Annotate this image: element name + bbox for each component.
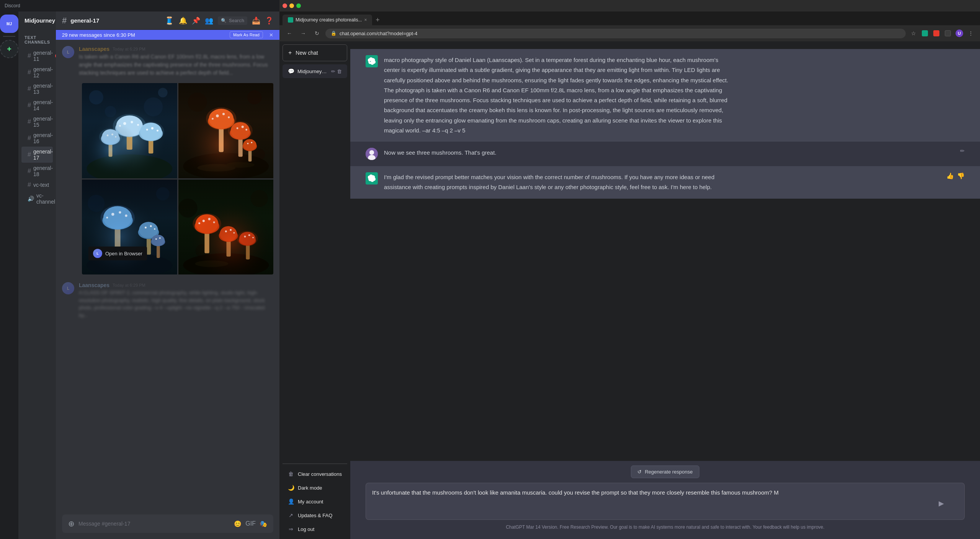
- openai-logo-2: [368, 175, 376, 182]
- members-icon[interactable]: 👥: [205, 16, 213, 25]
- channel-hash-icon: #: [28, 102, 31, 109]
- sidebar-item-general-15[interactable]: # general-15: [21, 114, 53, 130]
- window-close-button[interactable]: [283, 3, 287, 8]
- discord-message-input[interactable]: ⊕ Message #general-17 😊 GIF 🎭: [62, 514, 273, 533]
- tab-close-button[interactable]: ×: [364, 17, 367, 23]
- discord-app-title: Discord: [5, 3, 20, 8]
- svg-point-108: [369, 150, 374, 155]
- sidebar-item-general-17[interactable]: # general-17: [21, 147, 53, 163]
- thumbs-up-button[interactable]: 👍: [946, 172, 954, 180]
- pin-icon[interactable]: 📌: [192, 16, 200, 25]
- discord-new-messages-bar[interactable]: 29 new messages since 6:30 PM Mark As Re…: [56, 30, 279, 40]
- sidebar-item-general-14[interactable]: # general-14: [21, 97, 53, 113]
- url-text: chat.openai.com/chat?model=gpt-4: [340, 31, 417, 36]
- discord-server-bar: MJ +: [0, 11, 18, 539]
- discord-timestamp: Today at 6:29 PM: [113, 47, 145, 51]
- profile-icon[interactable]: U: [955, 29, 964, 38]
- sidebar-item-general-11[interactable]: # general-11 22: [21, 48, 53, 64]
- send-message-button[interactable]: ▶: [939, 499, 944, 508]
- new-chat-button[interactable]: + New chat: [283, 44, 347, 61]
- discord-add-server[interactable]: +: [0, 40, 18, 58]
- edit-chat-icon[interactable]: ✏: [331, 69, 335, 74]
- regenerate-response-button[interactable]: ↺ Regenerate response: [631, 466, 699, 478]
- discord-channel-group-header: Text Channels: [18, 29, 56, 47]
- refresh-button[interactable]: ↻: [312, 28, 322, 39]
- sidebar-item-general-16[interactable]: # general-16: [21, 130, 53, 146]
- forward-button[interactable]: →: [298, 28, 309, 39]
- dark-mode-button[interactable]: 🌙 Dark mode: [283, 481, 347, 495]
- inbox-icon[interactable]: 📥: [252, 16, 260, 25]
- sidebar-item-vc-channel[interactable]: 🔊 vc-channel: [21, 191, 53, 207]
- discord-sticker-icon[interactable]: 🎭: [260, 520, 267, 528]
- regenerate-label: Regenerate response: [645, 469, 693, 475]
- browser-tab-title: Midjourney creates photorealis...: [296, 17, 362, 23]
- user-message-actions: ✏: [960, 148, 965, 154]
- sidebar-item-general-12[interactable]: # general-12: [21, 64, 53, 80]
- user-message-text-1: Now we see three mushrooms. That's great…: [384, 148, 728, 158]
- extension-icon-2[interactable]: [943, 29, 952, 38]
- discord-add-attachment-icon[interactable]: ⊕: [68, 519, 75, 528]
- back-button[interactable]: ←: [284, 28, 295, 39]
- channel-hash-icon: #: [28, 168, 31, 175]
- mushroom-svg-2: [178, 83, 274, 178]
- lock-icon: 🔒: [331, 31, 336, 36]
- browser-toolbar-right: ☆ U ⋮: [909, 29, 975, 38]
- help-icon[interactable]: ❓: [265, 16, 273, 25]
- notification-icon[interactable]: 🔔: [179, 16, 187, 25]
- discord-mushroom-image-grid: [82, 83, 273, 274]
- delete-chat-icon[interactable]: 🗑: [337, 69, 342, 74]
- address-bar[interactable]: 🔒 chat.openai.com/chat?model=gpt-4: [325, 29, 906, 38]
- thumbs-down-button[interactable]: 👎: [957, 172, 965, 180]
- open-in-browser-bar[interactable]: L Open in Browser: [88, 247, 147, 260]
- dismiss-notification-icon[interactable]: ✕: [269, 32, 273, 38]
- window-maximize-button[interactable]: [296, 3, 301, 8]
- assistant-response-content-2: I'm glad the revised prompt better match…: [384, 172, 728, 193]
- discord-gif-icon[interactable]: GIF: [245, 520, 256, 527]
- discord-message-row-2: L Laanscapes Today at 6:29 PM A CLASS OF…: [62, 282, 273, 319]
- mark-as-read-button[interactable]: Mark As Read: [230, 31, 263, 38]
- discord-emoji-icon[interactable]: 😊: [234, 520, 242, 528]
- extension-icon-chatgpt[interactable]: [920, 29, 929, 38]
- channel-hash-icon: #: [28, 135, 31, 142]
- assistant-message-1: macro photography style of Daniel Laan (…: [350, 49, 980, 142]
- extension-icon-1[interactable]: [932, 29, 941, 38]
- sidebar-item-general-13[interactable]: # general-13: [21, 81, 53, 97]
- chat-history-item-midjourney[interactable]: 💬 Midjourney creates pho ✏ 🗑: [283, 64, 347, 78]
- log-out-button[interactable]: ⇒ Log out: [283, 522, 347, 536]
- window-minimize-button[interactable]: [289, 3, 294, 8]
- regenerate-icon: ↺: [637, 469, 642, 475]
- sidebar-item-vc-text[interactable]: # vc-text: [21, 180, 53, 190]
- channel-hash-icon: #: [28, 181, 31, 188]
- sidebar-item-general-18[interactable]: # general-18: [21, 163, 53, 179]
- discord-username: Laanscapes: [79, 46, 109, 52]
- edit-message-button[interactable]: ✏: [960, 148, 965, 154]
- voice-icon: 🔊: [28, 196, 34, 202]
- open-in-browser-label: Open in Browser: [105, 251, 142, 256]
- plus-icon: +: [288, 49, 292, 56]
- logout-icon: ⇒: [288, 526, 294, 532]
- svg-rect-28: [82, 83, 177, 178]
- updates-faq-button[interactable]: ↗ Updates & FAQ: [283, 508, 347, 522]
- my-account-button[interactable]: 👤 My account: [283, 495, 347, 508]
- discord-message-text-2: A CLASS OF SPIRIT 2, commercial photogra…: [79, 289, 273, 319]
- discord-server-icon-midjourney[interactable]: MJ: [0, 15, 18, 33]
- new-chat-label: New chat: [296, 50, 318, 56]
- discord-search-box[interactable]: 🔍 Search: [218, 16, 247, 25]
- channel-label: general-13: [33, 83, 53, 95]
- discord-message-row: L Laanscapes Today at 6:29 PM Is taken w…: [62, 46, 273, 77]
- tooltip-user-avatar: L: [93, 249, 102, 258]
- message-input[interactable]: [366, 483, 965, 520]
- thread-icon[interactable]: 🧵: [165, 16, 174, 25]
- log-out-label: Log out: [298, 526, 314, 532]
- discord-message-text: Is taken with a Canon R6 and Canon EF 10…: [79, 53, 273, 77]
- bookmark-icon[interactable]: ☆: [909, 29, 918, 38]
- user-avatar-svg: [366, 148, 378, 160]
- discord-channel-tools: 🧵 🔔 📌 👥 🔍 Search 📥 ❓: [165, 16, 273, 25]
- channel-label-active: general-17: [33, 149, 53, 161]
- assistant-message-text-1: macro photography style of Daniel Laan (…: [384, 55, 728, 136]
- menu-icon[interactable]: ⋮: [966, 29, 975, 38]
- discord-username-2: Laanscapes: [79, 282, 109, 288]
- clear-conversations-button[interactable]: 🗑 Clear conversations: [283, 467, 347, 481]
- browser-tab-midjourney[interactable]: Midjourney creates photorealis... ×: [283, 15, 372, 25]
- new-tab-button[interactable]: +: [372, 15, 383, 25]
